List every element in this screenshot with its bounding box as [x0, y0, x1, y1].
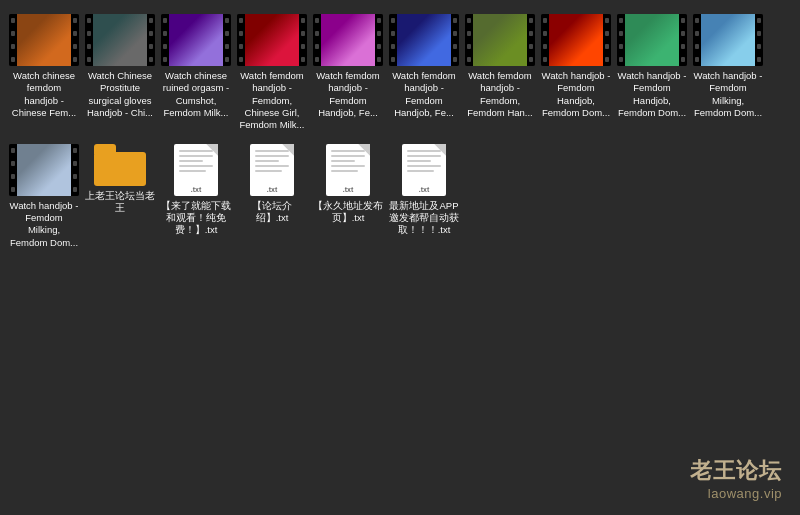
txt-file-icon-4: .txt — [402, 144, 446, 196]
video-label-11: Watch handjob - Femdom Milking, Femdom D… — [9, 200, 79, 249]
video-item-6[interactable]: Watch femdom handjob - Femdom Handjob, F… — [388, 10, 460, 136]
txt-label-3: 【永久地址发布页】.txt — [313, 200, 383, 225]
video-thumbnail-3 — [161, 14, 231, 66]
folder-item[interactable]: 上老王论坛当老王 — [84, 140, 156, 253]
txt-file-icon-2: .txt — [250, 144, 294, 196]
watermark: 老王论坛 laowang.vip — [690, 456, 782, 501]
video-item-1[interactable]: Watch chinese femdom handjob - Chinese F… — [8, 10, 80, 136]
video-label-1: Watch chinese femdom handjob - Chinese F… — [9, 70, 79, 119]
video-label-4: Watch femdom handjob - Femdom, Chinese G… — [237, 70, 307, 132]
video-label-6: Watch femdom handjob - Femdom Handjob, F… — [389, 70, 459, 119]
video-item-4[interactable]: Watch femdom handjob - Femdom, Chinese G… — [236, 10, 308, 136]
video-item-5[interactable]: Watch femdom handjob - Femdom Handjob, F… — [312, 10, 384, 136]
txt-label-4: 最新地址及APP 邀发都帮自动获取！！！.txt — [389, 200, 459, 237]
video-thumbnail-9 — [617, 14, 687, 66]
video-item-3[interactable]: Watch chinese ruined orgasm - Cumshot, F… — [160, 10, 232, 136]
txt-item-1[interactable]: .txt 【来了就能下载和观看！纯免费！】.txt — [160, 140, 232, 253]
video-label-2: Watch Chinese Prostitute surgical gloves… — [85, 70, 155, 119]
video-item-10[interactable]: Watch handjob - Femdom Milking, Femdom D… — [692, 10, 764, 136]
video-thumbnail-10 — [693, 14, 763, 66]
video-item-2[interactable]: Watch Chinese Prostitute surgical gloves… — [84, 10, 156, 136]
video-thumbnail-5 — [313, 14, 383, 66]
video-thumbnail-2 — [85, 14, 155, 66]
txt-label-2: 【论坛介绍】.txt — [237, 200, 307, 225]
video-thumbnail-4 — [237, 14, 307, 66]
txt-item-2[interactable]: .txt 【论坛介绍】.txt — [236, 140, 308, 253]
txt-file-icon-3: .txt — [326, 144, 370, 196]
video-thumbnail-11 — [9, 144, 79, 196]
txt-item-3[interactable]: .txt 【永久地址发布页】.txt — [312, 140, 384, 253]
folder-label: 上老王论坛当老王 — [85, 190, 155, 215]
video-label-5: Watch femdom handjob - Femdom Handjob, F… — [313, 70, 383, 119]
video-label-7: Watch femdom handjob - Femdom, Femdom Ha… — [465, 70, 535, 119]
txt-file-icon-1: .txt — [174, 144, 218, 196]
video-thumbnail-6 — [389, 14, 459, 66]
video-thumbnail-7 — [465, 14, 535, 66]
video-label-9: Watch handjob - Femdom Handjob, Femdom D… — [617, 70, 687, 119]
watermark-sub-text: laowang.vip — [690, 486, 782, 501]
video-thumbnail-8 — [541, 14, 611, 66]
watermark-main-text: 老王论坛 — [690, 456, 782, 486]
file-grid: Watch chinese femdom handjob - Chinese F… — [0, 0, 800, 263]
folder-icon — [94, 144, 146, 186]
video-item-9[interactable]: Watch handjob - Femdom Handjob, Femdom D… — [616, 10, 688, 136]
video-label-8: Watch handjob - Femdom Handjob, Femdom D… — [541, 70, 611, 119]
video-label-10: Watch handjob - Femdom Milking, Femdom D… — [693, 70, 763, 119]
txt-item-4[interactable]: .txt 最新地址及APP 邀发都帮自动获取！！！.txt — [388, 140, 460, 253]
video-thumbnail-1 — [9, 14, 79, 66]
video-item-8[interactable]: Watch handjob - Femdom Handjob, Femdom D… — [540, 10, 612, 136]
video-item-11[interactable]: Watch handjob - Femdom Milking, Femdom D… — [8, 140, 80, 253]
txt-label-1: 【来了就能下载和观看！纯免费！】.txt — [161, 200, 231, 237]
video-item-7[interactable]: Watch femdom handjob - Femdom, Femdom Ha… — [464, 10, 536, 136]
video-label-3: Watch chinese ruined orgasm - Cumshot, F… — [161, 70, 231, 119]
